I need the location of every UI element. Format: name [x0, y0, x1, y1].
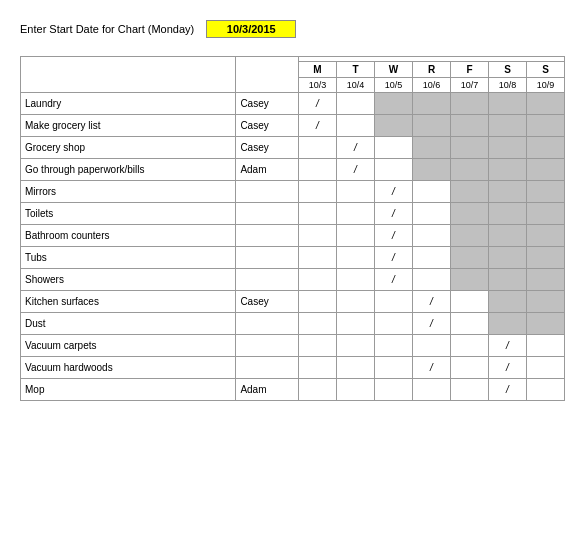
date-5: 10/7 — [451, 78, 489, 93]
date-1: 10/3 — [299, 78, 337, 93]
day-cell — [337, 247, 375, 269]
day-cell — [527, 379, 565, 401]
owner-cell — [236, 335, 299, 357]
day-cell — [489, 313, 527, 335]
owner-cell — [236, 181, 299, 203]
day-R: R — [413, 62, 451, 78]
day-cell — [451, 137, 489, 159]
day-cell — [489, 93, 527, 115]
header-section: Enter Start Date for Chart (Monday) — [20, 20, 565, 38]
day-cell — [489, 115, 527, 137]
table-row: Make grocery listCasey/ — [21, 115, 565, 137]
chore-cell: Vacuum hardwoods — [21, 357, 236, 379]
day-cell — [527, 313, 565, 335]
chore-cell: Tubs — [21, 247, 236, 269]
table-row: Tubs/ — [21, 247, 565, 269]
date-7: 10/9 — [527, 78, 565, 93]
day-cell — [451, 291, 489, 313]
day-cell — [413, 203, 451, 225]
chores-table: M T W R F S S 10/3 10/4 10/5 10/6 10/7 1… — [20, 56, 565, 401]
day-M: M — [299, 62, 337, 78]
day-cell — [299, 137, 337, 159]
day-cell — [337, 115, 375, 137]
day-cell — [375, 137, 413, 159]
day-cell — [527, 269, 565, 291]
day-cell — [413, 159, 451, 181]
day-cell: / — [299, 115, 337, 137]
day-cell — [413, 269, 451, 291]
day-cell — [337, 225, 375, 247]
day-cell — [299, 203, 337, 225]
chore-cell: Showers — [21, 269, 236, 291]
day-cell — [413, 137, 451, 159]
owner-cell: Casey — [236, 137, 299, 159]
day-cell — [451, 269, 489, 291]
day-cell: / — [489, 335, 527, 357]
day-cell: / — [299, 93, 337, 115]
day-cell — [299, 379, 337, 401]
owner-cell: Casey — [236, 291, 299, 313]
owner-cell — [236, 247, 299, 269]
day-cell — [413, 335, 451, 357]
owner-cell — [236, 225, 299, 247]
day-cell — [527, 291, 565, 313]
day-cell — [299, 357, 337, 379]
day-cell — [489, 247, 527, 269]
chore-cell: Bathroom counters — [21, 225, 236, 247]
day-cell: / — [375, 269, 413, 291]
day-S1: S — [489, 62, 527, 78]
day-cell — [489, 137, 527, 159]
day-cell — [337, 93, 375, 115]
day-cell — [527, 181, 565, 203]
day-cell — [451, 335, 489, 357]
date-2: 10/4 — [337, 78, 375, 93]
day-cell — [451, 181, 489, 203]
day-cell — [527, 93, 565, 115]
day-cell — [299, 313, 337, 335]
day-cell — [337, 203, 375, 225]
date-3: 10/5 — [375, 78, 413, 93]
date-4: 10/6 — [413, 78, 451, 93]
day-cell: / — [375, 247, 413, 269]
day-cell — [451, 93, 489, 115]
day-cell — [375, 115, 413, 137]
table-row: Kitchen surfacesCasey/ — [21, 291, 565, 313]
day-cell — [489, 181, 527, 203]
day-cell — [299, 335, 337, 357]
day-S2: S — [527, 62, 565, 78]
date-6: 10/8 — [489, 78, 527, 93]
day-cell: / — [413, 357, 451, 379]
day-cell — [299, 159, 337, 181]
day-cell — [299, 291, 337, 313]
day-cell: / — [375, 203, 413, 225]
day-cell — [489, 225, 527, 247]
day-cell: / — [489, 357, 527, 379]
table-row: Toilets/ — [21, 203, 565, 225]
chore-cell: Vacuum carpets — [21, 335, 236, 357]
day-cell — [451, 159, 489, 181]
day-cell — [337, 335, 375, 357]
chore-cell: Mop — [21, 379, 236, 401]
chore-cell: Toilets — [21, 203, 236, 225]
day-cell — [337, 181, 375, 203]
day-cell — [375, 357, 413, 379]
day-cell — [375, 313, 413, 335]
table-row: Grocery shopCasey/ — [21, 137, 565, 159]
day-cell — [527, 203, 565, 225]
day-cell — [413, 115, 451, 137]
table-body: LaundryCasey/Make grocery listCasey/Groc… — [21, 93, 565, 401]
day-cell: / — [375, 181, 413, 203]
day-cell — [413, 181, 451, 203]
day-cell — [489, 203, 527, 225]
header-label: Enter Start Date for Chart (Monday) — [20, 23, 194, 35]
owner-cell: Casey — [236, 93, 299, 115]
day-cell — [413, 225, 451, 247]
day-cell — [451, 203, 489, 225]
day-W: W — [375, 62, 413, 78]
day-cell — [527, 247, 565, 269]
date-input[interactable] — [206, 20, 296, 38]
day-cell — [413, 93, 451, 115]
day-cell — [299, 225, 337, 247]
day-F: F — [451, 62, 489, 78]
table-row: Dust/ — [21, 313, 565, 335]
